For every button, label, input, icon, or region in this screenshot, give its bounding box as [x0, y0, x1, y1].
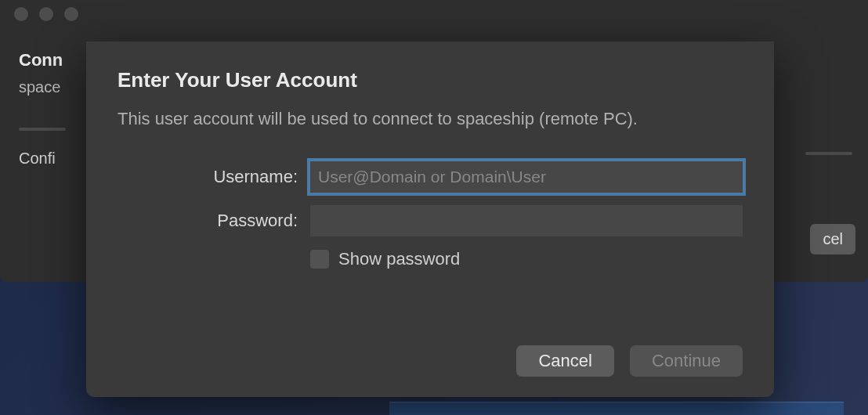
modal-description: This user account will be used to connec…	[118, 106, 743, 132]
background-desktop-edge	[389, 402, 844, 415]
username-input[interactable]	[310, 161, 743, 193]
modal-button-row: Cancel Continue	[516, 345, 743, 377]
window-titlebar	[0, 0, 868, 28]
background-divider	[19, 128, 66, 131]
continue-button[interactable]: Continue	[630, 345, 743, 377]
username-label: Username:	[118, 167, 310, 187]
background-cancel-partial: cel	[810, 224, 855, 254]
modal-title: Enter Your User Account	[118, 68, 743, 92]
cancel-button[interactable]: Cancel	[516, 345, 613, 377]
show-password-checkbox[interactable]	[310, 250, 329, 269]
username-row: Username:	[118, 161, 743, 193]
zoom-window-button[interactable]	[64, 7, 78, 21]
credentials-modal: Enter Your User Account This user accoun…	[86, 42, 774, 397]
password-input[interactable]	[310, 205, 743, 236]
close-window-button[interactable]	[14, 7, 28, 21]
show-password-row: Show password	[310, 249, 743, 269]
password-row: Password:	[118, 205, 743, 236]
background-divider-right	[805, 152, 852, 155]
password-label: Password:	[118, 211, 310, 231]
minimize-window-button[interactable]	[39, 7, 53, 21]
show-password-label: Show password	[338, 249, 460, 269]
